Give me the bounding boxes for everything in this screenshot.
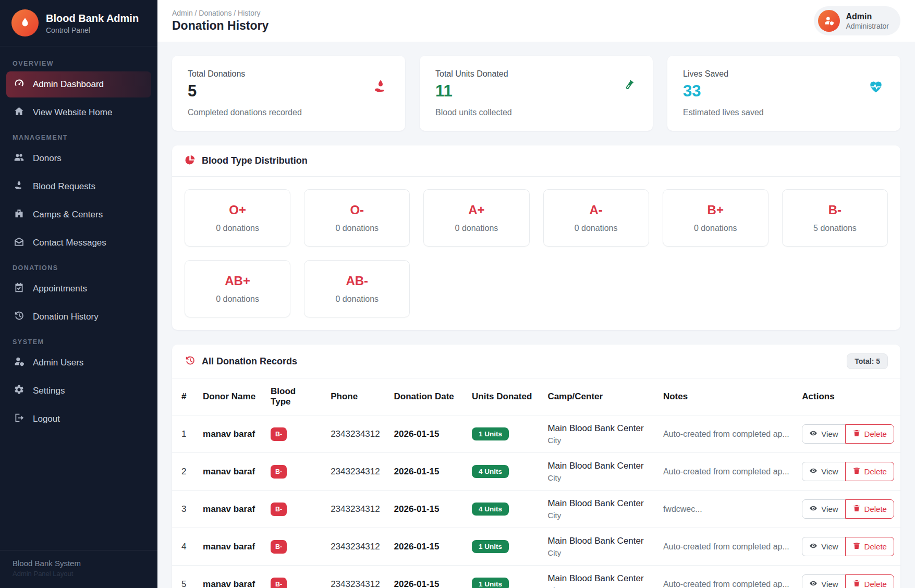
total-count-badge: Total: 5 [847,353,888,369]
eye-icon [809,542,818,552]
units-badge: 1 Units [472,540,509,553]
sidebar-item-contact-messages[interactable]: Contact Messages [6,230,151,256]
user-name: Admin [846,12,889,21]
blood-type-label: B- [787,203,883,217]
blood-type-card-b-neg: B-5 donations [782,189,888,247]
donation-records-table: #Donor NameBlood TypePhoneDonation DateU… [172,378,900,588]
blood-type-badge: B- [271,503,287,516]
blood-type-card-o-neg: O-0 donations [304,189,410,247]
donor-name: manav baraf [203,542,255,552]
stat-label: Total Donations [188,69,389,79]
view-button[interactable]: View [802,537,845,556]
sidebar-item-settings[interactable]: Settings [6,378,151,404]
row-index: 2 [172,453,197,491]
blood-type-card-ab-negpos: AB+0 donations [185,260,290,317]
donor-phone: 2343234312 [324,528,387,566]
view-button[interactable]: View [802,462,845,481]
blood-type-label: AB- [309,274,405,288]
camp-center-name: Main Blood Bank Center [547,423,651,434]
nav-section-label: MANAGEMENT [13,134,145,141]
blood-type-count: 0 donations [667,224,764,233]
sidebar-item-camps-centers[interactable]: Camps & Centers [6,202,151,228]
blood-type-label: AB+ [189,274,286,288]
notes-text: Auto-created from completed ap... [663,580,789,588]
camp-center-city: City [547,436,651,445]
blood-type-card-ab-neg: AB-0 donations [304,260,410,317]
user-menu[interactable]: Admin Administrator [814,6,900,35]
view-button[interactable]: View [802,424,845,444]
sidebar-item-donors[interactable]: Donors [6,145,151,172]
blood-type-badge: B- [271,465,287,479]
sidebar-item-label: Admin Dashboard [33,79,104,90]
gauge-icon [14,78,25,91]
delete-button[interactable]: Delete [845,462,894,481]
column-header-index: # [172,378,197,415]
units-badge: 1 Units [472,578,509,588]
column-header-donor-name: Donor Name [197,378,264,415]
blood-type-count: 0 donations [428,224,524,233]
blood-distribution-title: Blood Type Distribution [202,155,888,166]
delete-button[interactable]: Delete [845,424,894,444]
delete-button[interactable]: Delete [845,499,894,519]
eye-icon [809,579,818,588]
hospital-icon [14,208,25,222]
donation-date: 2026-01-15 [394,579,440,588]
blood-type-card-b-negpos: B+0 donations [663,189,768,247]
sidebar-item-label: Logout [33,414,60,424]
sidebar-item-logout[interactable]: Logout [6,406,151,432]
row-index: 3 [172,491,197,528]
sidebar-item-blood-requests[interactable]: Blood Requests [6,174,151,200]
table-row: 2manav barafB-23432343122026-01-154 Unit… [172,453,900,491]
blood-type-badge: B- [271,427,287,441]
blood-type-card-a-negpos: A+0 donations [423,189,529,247]
stat-value: 33 [683,82,885,101]
donor-name: manav baraf [203,429,255,439]
units-badge: 4 Units [472,465,509,478]
blood-type-grid: O+0 donationsO-0 donationsA+0 donationsA… [172,177,900,330]
sidebar-item-label: Blood Requests [33,181,95,192]
delete-button[interactable]: Delete [845,537,894,556]
sidebar-item-view-website-home[interactable]: View Website Home [6,100,151,126]
sidebar-nav: OVERVIEWAdmin DashboardView Website Home… [0,46,157,550]
blood-type-card-a-neg: A-0 donations [543,189,649,247]
blood-type-badge: B- [271,540,287,554]
donation-date: 2026-01-15 [394,542,440,552]
trash-icon [852,429,861,439]
hand-droplet-icon [373,79,388,96]
camp-center-name: Main Blood Bank Center [547,498,651,509]
sidebar-item-admin-dashboard[interactable]: Admin Dashboard [6,71,151,97]
delete-button[interactable]: Delete [845,574,894,588]
column-header-camp-center: Camp/Center [541,378,657,415]
donor-name: manav baraf [203,467,255,476]
eye-icon [809,429,818,439]
eye-icon [809,504,818,514]
brand: Blood Bank Admin Control Panel [0,0,157,46]
sidebar-item-appointments[interactable]: Appointments [6,276,151,302]
app-title: Blood Bank Admin [46,12,139,25]
column-header-notes: Notes [657,378,796,415]
view-button[interactable]: View [802,574,845,588]
view-button[interactable]: View [802,499,845,519]
stat-value: 11 [435,82,637,101]
sidebar-item-admin-users[interactable]: Admin Users [6,350,151,376]
column-header-blood-type: Blood Type [264,378,324,415]
blood-type-label: A- [548,203,644,217]
envelope-icon [14,236,25,250]
notes-text: Auto-created from completed ap... [663,467,789,476]
donor-phone: 2343234312 [324,566,387,588]
sidebar-item-donation-history[interactable]: Donation History [6,304,151,330]
column-header-units-donated: Units Donated [466,378,541,415]
user-shield-icon [14,356,25,370]
row-index: 1 [172,415,197,453]
camp-center-city: City [547,586,651,588]
trash-icon [852,579,861,588]
row-index: 4 [172,528,197,566]
calendar-check-icon [14,282,25,296]
sidebar-item-label: View Website Home [33,107,112,118]
donor-phone: 2343234312 [324,415,387,453]
trash-icon [852,467,861,476]
camp-center-name: Main Blood Bank Center [547,461,651,471]
user-avatar [818,10,840,32]
blood-type-count: 0 donations [309,224,405,233]
notes-text: fwdcwec... [663,505,702,513]
